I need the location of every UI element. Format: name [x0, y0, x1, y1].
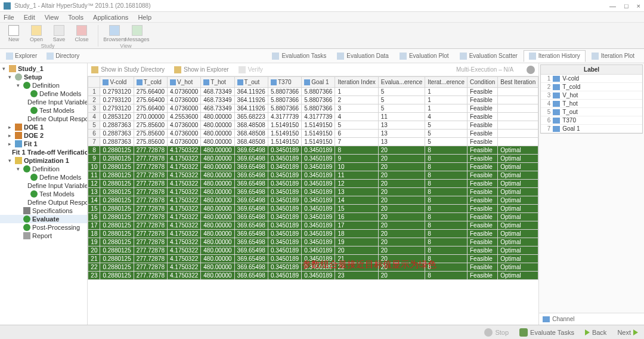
- col-header[interactable]: T_cold: [134, 77, 167, 88]
- table-row[interactable]: 150.2880125277.728784.1750322480.0000036…: [88, 205, 538, 213]
- cell[interactable]: 369.65498: [234, 263, 268, 272]
- cell[interactable]: 20: [378, 196, 425, 205]
- cell[interactable]: 20: [378, 238, 425, 246]
- cell[interactable]: 20: [335, 246, 378, 255]
- col-header[interactable]: Best Iteration: [498, 77, 538, 88]
- cell[interactable]: 4: [425, 113, 467, 121]
- open-button[interactable]: Open: [26, 25, 47, 42]
- cell[interactable]: 5: [378, 104, 425, 113]
- cell[interactable]: 369.65498: [234, 255, 268, 263]
- cell[interactable]: 0.2880125: [100, 272, 134, 280]
- cell[interactable]: 480.00000: [201, 230, 234, 238]
- tab-evaluation-scatter[interactable]: Evaluation Scatter: [455, 51, 522, 61]
- table-row[interactable]: 120.2880125277.728784.1750322480.0000036…: [88, 180, 538, 188]
- cell[interactable]: Feasible: [467, 221, 498, 230]
- cell[interactable]: Feasible: [467, 130, 498, 138]
- cell[interactable]: 4.1750322: [168, 155, 201, 163]
- tree-define-models[interactable]: Define Models: [0, 90, 87, 98]
- tree-define-models[interactable]: Define Models: [0, 173, 87, 181]
- cell[interactable]: 5: [88, 121, 100, 130]
- label-row-v-cold[interactable]: 1V-cold: [541, 75, 642, 83]
- label-row-goal 1[interactable]: 7Goal 1: [541, 125, 642, 133]
- tree-test-models[interactable]: Test Models: [0, 190, 87, 198]
- cell[interactable]: 364.11926: [234, 88, 268, 96]
- table-row[interactable]: 20.2793120275.664004.0736000468.73349364…: [88, 96, 538, 104]
- cell[interactable]: 20: [378, 230, 425, 238]
- cell[interactable]: 1: [335, 88, 378, 96]
- cell[interactable]: 11: [88, 171, 100, 180]
- tree-fit-1[interactable]: ▸Fit 1: [0, 140, 87, 148]
- cell[interactable]: 2: [335, 96, 378, 104]
- cell[interactable]: 277.72878: [134, 155, 167, 163]
- tree-doe-2[interactable]: ▸DOE 2: [0, 131, 87, 140]
- label-row-t_out[interactable]: 5T_out: [541, 108, 642, 116]
- cell[interactable]: Feasible: [467, 230, 498, 238]
- table-row[interactable]: 90.2880125277.728784.1750322480.00000369…: [88, 155, 538, 163]
- cell[interactable]: 369.65498: [234, 146, 268, 155]
- cell[interactable]: 0.2880125: [100, 230, 134, 238]
- cell[interactable]: Feasible: [467, 213, 498, 221]
- cell[interactable]: 4.0736000: [168, 104, 201, 113]
- cell[interactable]: 0.3450189: [268, 155, 301, 163]
- cell[interactable]: 20: [378, 188, 425, 196]
- cell[interactable]: 0.3450189: [268, 196, 301, 205]
- cell[interactable]: 270.00000: [134, 113, 167, 121]
- cell[interactable]: Optimal: [498, 255, 538, 263]
- cell[interactable]: 8: [425, 155, 467, 163]
- cell[interactable]: 369.65498: [234, 205, 268, 213]
- cell[interactable]: 369.65498: [234, 171, 268, 180]
- label-row-t370[interactable]: 6T370: [541, 116, 642, 125]
- cell[interactable]: 275.85600: [134, 138, 167, 146]
- cell[interactable]: 4.0736000: [168, 138, 201, 146]
- cell[interactable]: 20: [378, 205, 425, 213]
- iteration-table[interactable]: V-coldT_coldV_hotT_hotT_outT370Goal 1Ite…: [88, 76, 538, 280]
- cell[interactable]: 0.2887363: [100, 138, 134, 146]
- cell[interactable]: 8: [335, 146, 378, 155]
- cell[interactable]: 21: [88, 255, 100, 263]
- table-row[interactable]: 100.2880125277.728784.1750322480.0000036…: [88, 163, 538, 171]
- cell[interactable]: Optimal: [498, 171, 538, 180]
- cell[interactable]: 14: [335, 196, 378, 205]
- menu-view[interactable]: View: [45, 14, 59, 21]
- cell[interactable]: 5.8807366: [268, 96, 301, 104]
- cell[interactable]: 369.65498: [234, 155, 268, 163]
- cell[interactable]: 4.1750322: [168, 205, 201, 213]
- cell[interactable]: 1: [425, 88, 467, 96]
- tab-evaluation-data[interactable]: Evaluation Data: [332, 51, 394, 61]
- cell[interactable]: Optimal: [498, 246, 538, 255]
- col-header[interactable]: T370: [268, 77, 301, 88]
- cell[interactable]: 19: [88, 238, 100, 246]
- cell[interactable]: 0.3450189: [268, 180, 301, 188]
- cell[interactable]: 0.3450189: [268, 230, 301, 238]
- cell[interactable]: 0.3450189: [268, 188, 301, 196]
- save-button[interactable]: Save: [49, 25, 69, 42]
- cell[interactable]: 0.2793120: [100, 96, 134, 104]
- cell[interactable]: 4.0736000: [168, 121, 201, 130]
- cell[interactable]: 4.3177739: [302, 113, 335, 121]
- cell[interactable]: 480.00000: [201, 138, 234, 146]
- cell[interactable]: 20: [378, 155, 425, 163]
- cell[interactable]: 480.00000: [201, 205, 234, 213]
- cell[interactable]: 0.3450189: [302, 188, 335, 196]
- table-row[interactable]: 180.2880125277.728784.1750322480.0000036…: [88, 230, 538, 238]
- cell[interactable]: Feasible: [467, 263, 498, 272]
- cell[interactable]: [498, 104, 538, 113]
- cell[interactable]: 20: [378, 171, 425, 180]
- cell[interactable]: 5: [425, 121, 467, 130]
- cell[interactable]: 480.00000: [201, 238, 234, 246]
- cell[interactable]: 0.2853120: [100, 113, 134, 121]
- cell[interactable]: Feasible: [467, 88, 498, 96]
- cell[interactable]: 369.65498: [234, 238, 268, 246]
- cell[interactable]: 4: [335, 113, 378, 121]
- cell[interactable]: 13: [378, 138, 425, 146]
- cell[interactable]: 480.00000: [201, 213, 234, 221]
- cell[interactable]: 468.73349: [201, 104, 234, 113]
- cell[interactable]: 1.5149150: [268, 138, 301, 146]
- tree-panel[interactable]: ▾Study_1▾Setup▾DefinitionDefine ModelsDe…: [0, 63, 88, 325]
- cell[interactable]: 368.48508: [234, 130, 268, 138]
- cell[interactable]: 0.3450189: [268, 163, 301, 171]
- cell[interactable]: 1.5149150: [302, 138, 335, 146]
- tab-iteration-plot[interactable]: Iteration Plot: [587, 51, 639, 61]
- cell[interactable]: 20: [378, 146, 425, 155]
- tree-definition[interactable]: ▾Definition: [0, 165, 87, 173]
